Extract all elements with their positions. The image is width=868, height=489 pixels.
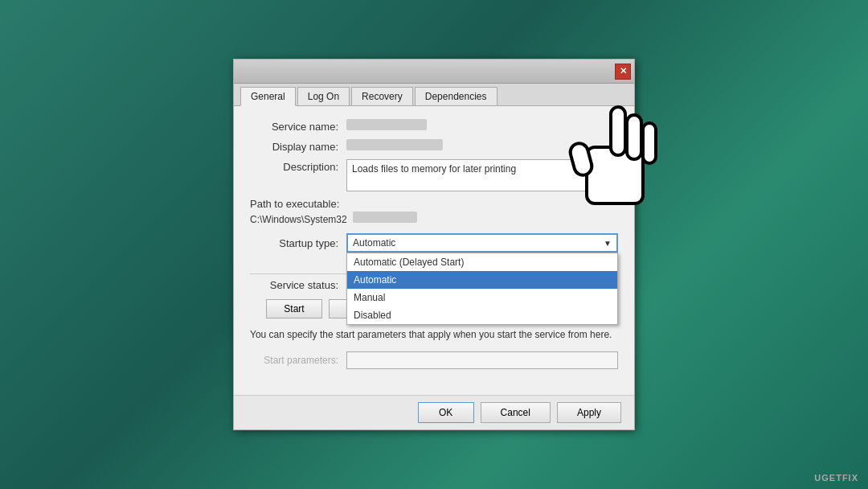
startup-selected-text: Automatic xyxy=(353,237,395,249)
cancel-button[interactable]: Cancel xyxy=(481,402,551,423)
dropdown-arrow-icon: ▼ xyxy=(604,239,612,248)
path-blurred xyxy=(353,212,417,223)
tab-logon[interactable]: Log On xyxy=(297,87,350,105)
watermark: UGETFIX xyxy=(814,473,858,483)
startup-dropdown-container: Automatic ▼ Automatic (Delayed Start) Au… xyxy=(346,233,618,253)
tab-content: Service name: Display name: Description:… xyxy=(234,106,634,395)
service-name-row: Service name: xyxy=(250,119,618,133)
display-name-label: Display name: xyxy=(250,139,346,153)
startup-option-manual[interactable]: Manual xyxy=(347,289,617,306)
startup-label: Startup type: xyxy=(250,237,346,249)
service-name-label: Service name: xyxy=(250,119,346,133)
svg-rect-3 xyxy=(643,123,656,163)
service-status-label: Service status: xyxy=(250,279,346,291)
properties-window: ✕ General Log On Recovery Dependencies S… xyxy=(233,59,635,430)
path-label: Path to executable: xyxy=(250,198,618,210)
params-row: Start parameters: xyxy=(250,351,618,369)
tab-dependencies[interactable]: Dependencies xyxy=(415,87,497,105)
display-name-row: Display name: xyxy=(250,139,618,153)
bottom-buttons-bar: OK Cancel Apply xyxy=(234,395,634,429)
description-box: Loads files to memory for later printing… xyxy=(346,159,618,191)
scroll-down-icon[interactable]: ▼ xyxy=(608,182,615,189)
tab-bar: General Log On Recovery Dependencies xyxy=(234,84,634,106)
tab-recovery[interactable]: Recovery xyxy=(351,87,413,105)
params-input[interactable] xyxy=(346,351,618,369)
display-name-value xyxy=(346,139,618,153)
start-button[interactable]: Start xyxy=(266,299,322,318)
startup-option-disabled[interactable]: Disabled xyxy=(347,306,617,324)
tab-general[interactable]: General xyxy=(240,87,296,106)
path-value: C:\Windows\System32 xyxy=(250,212,618,225)
startup-row: Startup type: Automatic ▼ Automatic (Del… xyxy=(250,233,618,253)
startup-dropdown[interactable]: Automatic ▼ xyxy=(346,233,618,253)
startup-dropdown-list: Automatic (Delayed Start) Automatic Manu… xyxy=(346,253,618,325)
display-name-blurred xyxy=(346,139,443,150)
description-row: Description: Loads files to memory for l… xyxy=(250,159,618,191)
description-text: Loads files to memory for later printing xyxy=(352,163,516,175)
service-name-value xyxy=(346,119,618,133)
service-name-blurred xyxy=(346,119,427,130)
path-text: C:\Windows\System32 xyxy=(250,214,347,225)
description-label: Description: xyxy=(250,159,346,173)
start-params-description: You can specify the start parameters tha… xyxy=(250,328,618,342)
startup-option-delayed[interactable]: Automatic (Delayed Start) xyxy=(347,253,617,271)
startup-option-automatic[interactable]: Automatic xyxy=(347,271,617,289)
title-bar: ✕ xyxy=(234,60,634,84)
close-button[interactable]: ✕ xyxy=(615,64,631,80)
ok-button[interactable]: OK xyxy=(418,402,474,423)
description-scrollbar[interactable]: ▲ ▼ xyxy=(604,160,617,191)
apply-button[interactable]: Apply xyxy=(557,402,621,423)
path-row: Path to executable: C:\Windows\System32 xyxy=(250,198,618,225)
params-label: Start parameters: xyxy=(250,355,346,366)
scroll-up-icon[interactable]: ▲ xyxy=(608,162,615,169)
